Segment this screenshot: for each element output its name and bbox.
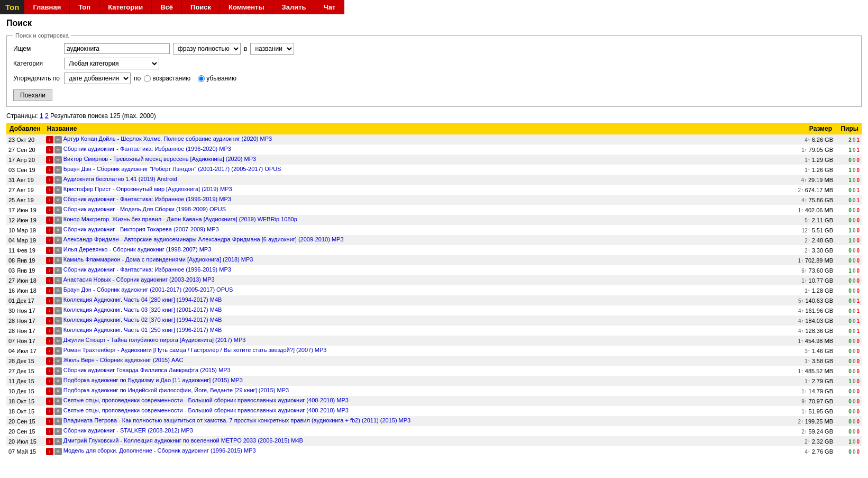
order-asc-label[interactable]: возрастанию — [144, 75, 190, 82]
result-date: 12 Июн 19 — [6, 215, 44, 225]
nav-search[interactable]: Поиск — [182, 0, 220, 14]
torrent-link[interactable]: Анастасия Новых - Сборник аудиокниг (200… — [63, 276, 215, 283]
download-icon[interactable]: ↓ — [46, 257, 53, 264]
order-desc-label[interactable]: убыванию — [198, 75, 236, 82]
download-icon[interactable]: ↓ — [46, 418, 53, 425]
table-row: 20 Июл 15↓☠ Дмитрий Глуховский - Коллекц… — [6, 436, 862, 446]
download-icon[interactable]: ↓ — [46, 297, 53, 304]
sort-select[interactable]: дате добавления размеру названию — [64, 73, 131, 84]
download-icon[interactable]: ↓ — [46, 217, 53, 224]
torrent-link[interactable]: Коллекция Аудиокниг. Часть 03 [320 книг]… — [63, 306, 222, 313]
nav-chat[interactable]: Чат — [315, 0, 345, 14]
download-icon[interactable]: ↓ — [46, 176, 53, 184]
seed-count: 4↑ — [801, 197, 808, 203]
search-input[interactable] — [64, 43, 170, 54]
order-asc-radio[interactable] — [144, 75, 151, 82]
table-row: 23 Окт 20↓☠ Артур Конан Дойль - Шерлок Х… — [6, 134, 862, 145]
phrase-select[interactable]: фразу полностью по словам точно — [173, 43, 241, 55]
torrent-link[interactable]: Кристофер Прист - Опрокинутый мир [Аудио… — [63, 186, 232, 192]
download-icon[interactable]: ↓ — [46, 267, 53, 274]
download-icon[interactable]: ↓ — [46, 227, 53, 234]
torrent-link[interactable]: Сборник аудиокниг - Фантастика: Избранно… — [63, 266, 231, 273]
download-icon[interactable]: ↓ — [46, 247, 53, 254]
torrent-link[interactable]: Сборник аудиокниг - Виктория Токарева (2… — [63, 226, 219, 232]
torrent-link[interactable]: Роман Трахтенберг - Аудиокниги [Путь сам… — [63, 347, 327, 353]
download-icon[interactable]: ↓ — [46, 156, 53, 164]
nav: ГлавнаяТопКатегорииВсёПоискКомментыЗалит… — [24, 0, 344, 14]
torrent-link[interactable]: Аудиокниги бесплатно 1.41 (2019) Android — [63, 176, 177, 182]
torrent-link[interactable]: Сборник аудиокниг - STALKER (2008-2012) … — [63, 427, 193, 434]
torrent-link[interactable]: Сборник аудиокниг Говарда Филлипса Лавкр… — [63, 367, 231, 373]
result-peers: 0 0 1 — [835, 305, 862, 315]
torrent-link[interactable]: Коллекция Аудиокниг. Часть 01 [250 книг]… — [63, 327, 222, 333]
torrent-link[interactable]: Подборка аудиокниг по Буддизму и Дао [11… — [63, 377, 243, 383]
torrent-link[interactable]: Модель для сборки. Дополнение - Сборник … — [63, 447, 256, 454]
seed-count: 1↑ — [801, 278, 808, 284]
seed-count: 1↑ — [798, 338, 805, 344]
download-icon[interactable]: ↓ — [46, 136, 53, 143]
torrent-link[interactable]: Коллекция Аудиокниг. Часть 04 [280 книг]… — [63, 296, 222, 303]
torrent-link[interactable]: Браун Дэн - Сборник аудиокниг (2001-2017… — [63, 286, 233, 293]
download-icon[interactable]: ↓ — [46, 377, 53, 385]
download-icon[interactable]: ↓ — [46, 146, 53, 154]
nav-categories[interactable]: Категории — [99, 0, 152, 14]
download-icon[interactable]: ↓ — [46, 367, 53, 375]
download-icon[interactable]: ↓ — [46, 408, 53, 415]
nav-all[interactable]: Всё — [152, 0, 182, 14]
nav-upload[interactable]: Залить — [273, 0, 315, 14]
nav-home[interactable]: Главная — [24, 0, 70, 14]
torrent-link[interactable]: Илья Деревянко - Сборник аудиокниг (1998… — [63, 246, 212, 252]
download-icon[interactable]: ↓ — [46, 428, 53, 435]
torrent-link[interactable]: Подборка аудиокниг по Индийской философи… — [63, 387, 289, 393]
download-icon[interactable]: ↓ — [46, 287, 53, 294]
torrent-link[interactable]: Дмитрий Глуховский - Коллекция аудиокниг… — [63, 437, 303, 444]
torrent-link[interactable]: Сборник аудиокниг - Фантастика: Избранно… — [63, 196, 231, 202]
field-select[interactable]: названии описании везде — [250, 43, 294, 55]
download-icon[interactable]: ↓ — [46, 357, 53, 365]
torrent-link[interactable]: Александр Фридман - Авторские аудиосемин… — [63, 236, 344, 242]
result-date: 30 Ноя 17 — [6, 305, 44, 315]
torrent-link[interactable]: Владината Петрова - Как полностью защити… — [63, 417, 410, 423]
result-name: ↓☠ Виктор Смирнов - Тревожный месяц вере… — [44, 155, 788, 165]
download-icon[interactable]: ↓ — [46, 307, 53, 314]
download-icon[interactable]: ↓ — [46, 448, 53, 455]
pages-info: Страницы: 1 2 Результатов поиска 125 (ma… — [6, 112, 862, 120]
download-icon[interactable]: ↓ — [46, 206, 53, 214]
download-icon[interactable]: ↓ — [46, 327, 53, 335]
download-icon[interactable]: ↓ — [46, 196, 53, 204]
torrent-link[interactable]: Коллекция Аудиокниг. Часть 02 [370 книг]… — [63, 317, 222, 323]
torrent-link[interactable]: Камиль Фламмарион - Дома с привидениями … — [63, 256, 253, 263]
torrent-link[interactable]: Сборник аудиокниг - Модель Для Сборки (1… — [63, 206, 226, 212]
download-icon[interactable]: ↓ — [46, 186, 53, 194]
nav-comments[interactable]: Комменты — [220, 0, 273, 14]
download-icon[interactable]: ↓ — [46, 277, 53, 284]
page-1-link[interactable]: 1 — [40, 112, 43, 120]
torrent-link[interactable]: Сборник аудиокниг - Фантастика: Избранно… — [63, 146, 231, 152]
torrent-link[interactable]: Святые отцы, проповедники современности … — [63, 407, 349, 413]
torrent-link[interactable]: Жюль Верн - Сборник аудиокниг (2015) AAC — [63, 357, 184, 363]
category-select[interactable]: Любая категория Аудио Видео Книги — [64, 58, 159, 69]
download-icon[interactable]: ↓ — [46, 237, 53, 244]
download-icon[interactable]: ↓ — [46, 337, 53, 345]
torrent-link[interactable]: Виктор Смирнов - Тревожный месяц вересен… — [63, 156, 256, 162]
download-icon[interactable]: ↓ — [46, 438, 53, 445]
torrent-link[interactable]: Конор Макгрегор. Жизнь без правил - Джон… — [63, 216, 297, 222]
torrent-link[interactable]: Святые отцы, проповедники современности … — [63, 397, 349, 403]
result-date: 18 Окт 15 — [6, 406, 44, 416]
download-icon[interactable]: ↓ — [46, 387, 53, 395]
download-icon[interactable]: ↓ — [46, 317, 53, 324]
result-size: 1↑ 1.26 GB — [788, 165, 835, 175]
result-size: 3↑ 1.46 GB — [788, 346, 835, 356]
download-icon[interactable]: ↓ — [46, 398, 53, 405]
torrent-link[interactable]: Артур Конан Дойль - Шерлок Холмс. Полное… — [63, 136, 272, 142]
go-button[interactable]: Поехали — [13, 89, 52, 101]
order-desc-radio[interactable] — [198, 75, 205, 82]
torrent-link[interactable]: Браун Дэн - Сборник аудиокниг "Роберт Лэ… — [63, 166, 281, 172]
torrent-link[interactable]: Джулия Стюарт - Тайна голубиного пирога … — [63, 337, 246, 343]
page-2-link[interactable]: 2 — [45, 112, 49, 120]
download-icon[interactable]: ↓ — [46, 166, 53, 174]
download-icon[interactable]: ↓ — [46, 347, 53, 355]
result-date: 25 Авг 19 — [6, 195, 44, 205]
nav-top[interactable]: Топ — [70, 0, 99, 14]
table-row: 07 Май 15↓☠ Модель для сборки. Дополнени… — [6, 446, 862, 456]
